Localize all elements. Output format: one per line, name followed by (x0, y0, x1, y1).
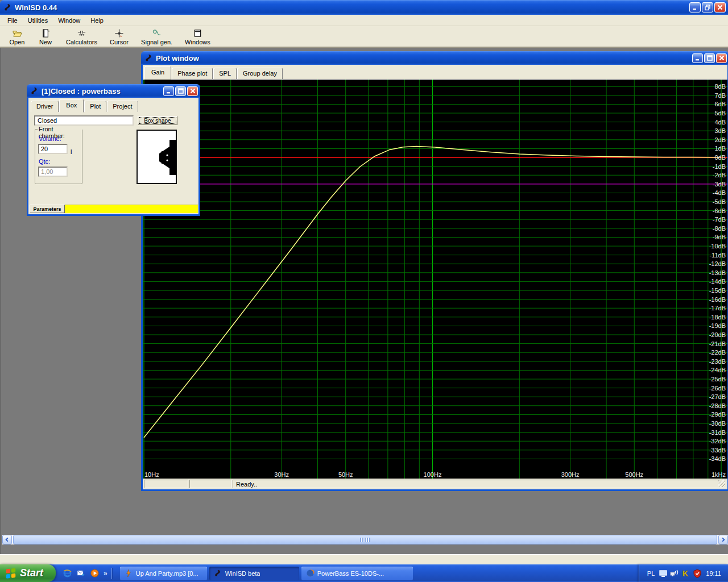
plot-window-icon (144, 53, 154, 63)
plot-status-bar: Ready.. (143, 479, 727, 489)
dialog-tab-plot[interactable]: Plot (84, 101, 106, 112)
task-button-powerbass-es-10ds[interactable]: PowerBass ES-10DS-... (301, 567, 413, 580)
y-tick-25db: -25dB (709, 376, 726, 383)
mdi-horizontal-scrollbar (2, 535, 728, 544)
y-tick-8db: -8dB (713, 225, 726, 232)
winamp-icon (125, 569, 133, 577)
plot-minimize-button[interactable] (692, 53, 703, 63)
box-dialog: [1]Closed : powerbass DriverBoxPlotProje… (27, 84, 200, 216)
task-button-label: PowerBass ES-10DS-... (317, 570, 384, 577)
toolbar-button-label: Open (10, 39, 25, 45)
start-button[interactable]: Start (0, 564, 56, 582)
menu-help[interactable]: Help (85, 16, 109, 25)
display-icon[interactable] (659, 569, 668, 578)
scroll-thumb[interactable] (13, 535, 717, 544)
x-tick-30hz: 30Hz (274, 471, 289, 478)
y-tick-31db: -31dB (709, 429, 726, 436)
signal-gen-icon (152, 28, 162, 38)
y-tick-18db: -18dB (709, 314, 726, 321)
box-type-field[interactable]: Closed (34, 115, 134, 126)
dialog-tab-driver[interactable]: Driver (31, 101, 59, 112)
plot-tab-spl[interactable]: SPL (213, 68, 237, 79)
start-label: Start (20, 567, 43, 579)
media-player-icon[interactable] (90, 568, 100, 578)
plot-maximize-button[interactable] (704, 53, 715, 63)
quick-launch-overflow-chevron[interactable]: » (104, 569, 106, 577)
y-tick-14db: -14dB (709, 278, 726, 285)
desktop: WinISD 0.44 FileUtilitiesWindowHelp Open… (0, 0, 728, 582)
restore-button[interactable] (702, 2, 713, 13)
klite-icon[interactable]: K (681, 569, 690, 578)
calculators-toolbar-button[interactable]: Calculators (61, 27, 102, 47)
dialog-maximize-button[interactable] (175, 86, 186, 96)
menu-utilities[interactable]: Utilities (23, 16, 53, 25)
language-indicator[interactable]: PL (647, 570, 655, 577)
task-button-winisd-beta[interactable]: WinISD beta (209, 567, 299, 580)
y-tick-17db: -17dB (709, 305, 726, 311)
y-tick-3db: 3dB (714, 127, 726, 134)
security-shield-icon[interactable] (693, 569, 702, 578)
plot-tab-phase-plot[interactable]: Phase plot (172, 68, 213, 79)
volume-input[interactable] (38, 144, 68, 154)
y-tick-29db: -29dB (709, 411, 726, 418)
scroll-left-button[interactable] (2, 535, 12, 544)
volume-label[interactable]: Volume: (39, 135, 61, 142)
y-tick-20db: -20dB (709, 331, 726, 338)
new-toolbar-button[interactable]: New (33, 27, 58, 47)
box-shape-button[interactable]: Box shape (138, 116, 177, 125)
front-chamber-group: Front chamber: Volume: l Qtc: (35, 129, 82, 184)
plot-close-button[interactable] (716, 53, 727, 63)
plot-tab-group-delay[interactable]: Group delay (237, 68, 283, 79)
y-tick-4db: 4dB (714, 119, 726, 126)
plot-window-titlebar: Plot window (141, 51, 728, 65)
y-tick-34db: -34dB (709, 455, 726, 462)
resize-grip[interactable] (718, 480, 725, 487)
y-tick-15db: -15dB (709, 287, 726, 294)
open-toolbar-button[interactable]: Open (5, 27, 30, 47)
plot-window-title: Plot window (156, 54, 692, 63)
dialog-tab-box[interactable]: Box (59, 99, 84, 113)
y-tick-4db: -4dB (713, 189, 726, 196)
qtc-label[interactable]: Qtc: (39, 158, 50, 165)
dialog-tab-project[interactable]: Project (107, 101, 138, 112)
dialog-close-button[interactable] (187, 86, 198, 96)
signal-gen-toolbar-button[interactable]: Signal gen. (136, 27, 177, 47)
firefox-icon (306, 569, 315, 577)
y-tick-7db: -7dB (713, 216, 726, 223)
minimize-button[interactable] (689, 2, 701, 13)
x-tick-10hz: 10Hz (144, 471, 159, 478)
dialog-titlebar: [1]Closed : powerbass (27, 84, 200, 98)
calculators-icon (77, 28, 86, 38)
y-tick-0db: 0dB (714, 154, 726, 161)
y-tick-6db: 6dB (714, 101, 726, 107)
qtc-input[interactable] (38, 167, 68, 177)
y-tick-6db: -6dB (713, 207, 726, 214)
windows-toolbar-button[interactable]: Windows (180, 27, 215, 47)
menu-file[interactable]: File (2, 16, 23, 25)
clock[interactable]: 19:11 (706, 570, 721, 577)
plot-tab-gain[interactable]: Gain (144, 66, 171, 80)
dialog-title: [1]Closed : powerbass (42, 87, 163, 95)
outlook-express-icon[interactable] (76, 568, 86, 578)
winisd-app-icon (3, 3, 13, 12)
task-button-up-and-party-mp3-0[interactable]: Up And Party.mp3 [0... (120, 567, 207, 580)
new-document-icon (41, 28, 51, 38)
toolbar-button-label: Cursor (110, 39, 129, 45)
y-tick-2db: 2dB (714, 136, 726, 143)
scroll-thumb-grip (360, 538, 370, 542)
cursor-toolbar-button[interactable]: Cursor (105, 27, 133, 47)
y-tick-13db: -13dB (709, 269, 726, 276)
close-button[interactable] (714, 2, 726, 13)
plot-window-body: GainPhase plotSPLGroup delay 8dB7dB6dB5d… (141, 65, 728, 491)
quick-launch-bar: » (56, 564, 117, 582)
x-tick-100hz: 100Hz (424, 471, 442, 478)
signal-icon[interactable] (670, 569, 679, 578)
scroll-right-button[interactable] (718, 535, 728, 544)
toolbar-button-label: Calculators (66, 39, 97, 45)
plot-area[interactable]: 8dB7dB6dB5dB4dB3dB2dB1dB0dB-1dB-2dB-3dB-… (143, 80, 727, 480)
ie-icon[interactable] (63, 568, 72, 578)
y-tick-5db: 5dB (714, 110, 726, 117)
parameters-button[interactable]: Parameters (30, 205, 65, 213)
menu-window[interactable]: Window (53, 16, 85, 25)
dialog-minimize-button[interactable] (163, 86, 174, 96)
